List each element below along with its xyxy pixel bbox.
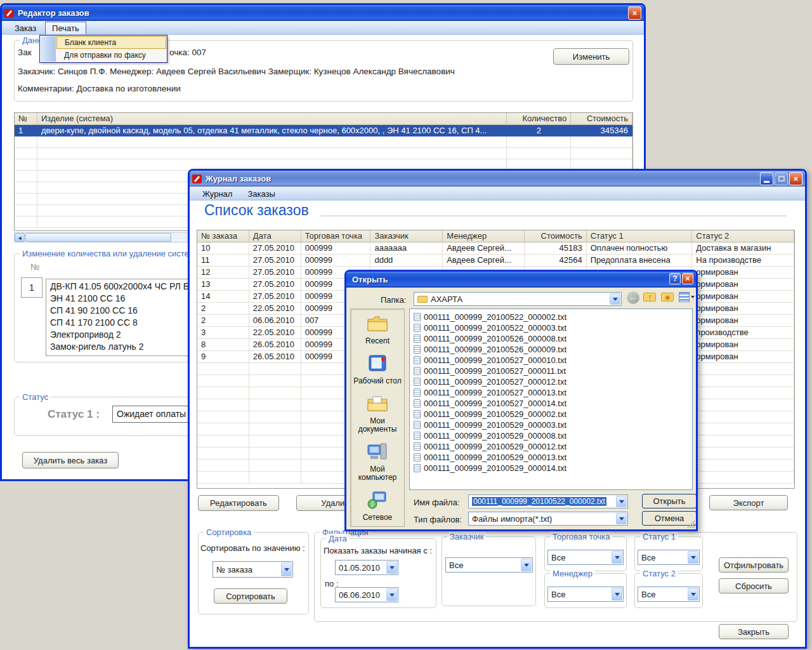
file-item[interactable]: 000111_000999_20100527_000014.txt [411,398,691,409]
file-item[interactable]: 000111_000999_20100529_000012.txt [411,441,691,452]
filename-input[interactable]: 000111_000999_20100522_000002.txt [468,494,628,508]
close-icon[interactable]: × [682,273,693,284]
recent-folder-icon [367,314,388,335]
column-header[interactable]: № [15,113,37,125]
journal-titlebar[interactable]: Журнал заказов × [190,171,805,187]
order-row[interactable]: 1027.05.2010000999аааааааАвдеев Сергей..… [197,242,794,255]
apply-filter-button[interactable]: Отфильтровать [719,557,789,573]
status1-select[interactable]: Все [638,550,700,565]
new-folder-icon[interactable]: ✳ [661,293,674,302]
views-icon[interactable] [679,292,690,302]
print-menu-item-1[interactable]: Для отправки по факсу [56,49,166,62]
column-header[interactable]: Дата [249,230,301,242]
order-cell: ормирован [692,291,794,303]
chevron-down-icon[interactable] [612,551,622,564]
file-item[interactable]: 000111_000999_20100529_000002.txt [411,409,691,420]
status2-filter-label: Статус 2 [640,569,678,578]
file-item[interactable]: 000111_000999_20100526_000008.txt [411,333,691,344]
filetype-select[interactable]: Файлы импорта(*.txt) [468,512,628,526]
minimize-icon[interactable] [760,172,773,185]
close-button[interactable]: Закрыть [719,624,789,639]
chevron-down-icon[interactable] [612,588,622,600]
file-item[interactable]: 000111_000999_20100522_000003.txt [411,322,691,333]
column-header[interactable]: Менеджер [443,230,525,242]
file-item[interactable]: 000111_000999_20100527_000010.txt [411,355,691,366]
file-item[interactable]: 000111_000999_20100522_000002.txt [411,312,691,322]
system-number-field[interactable]: 1 [21,277,43,298]
reset-filter-button[interactable]: Сбросить [719,578,789,594]
column-header[interactable]: Заказчик [370,230,443,242]
chevron-down-icon[interactable] [688,551,698,564]
item-cell[interactable]: 345346 [571,125,632,136]
chevron-down-icon[interactable] [521,559,532,571]
chevron-down-icon[interactable] [688,588,698,600]
column-header[interactable]: Торговая точка [301,230,371,242]
delete-order-button[interactable]: Удалить весь заказ [22,452,119,468]
sort-field-select[interactable]: № заказа [213,561,293,578]
chevron-down-icon[interactable] [616,513,627,524]
column-header[interactable]: Количество [507,113,571,125]
dialog-titlebar[interactable]: Открыть ? × [346,272,696,288]
help-icon[interactable]: ? [669,273,681,284]
chevron-down-icon[interactable] [281,562,292,576]
sidebar-item-мои-документы[interactable]: Мои документы [352,394,403,434]
item-cell[interactable]: 2 [507,125,571,136]
chevron-down-icon[interactable] [616,496,627,507]
file-item[interactable]: 000111_000999_20100526_000009.txt [411,344,691,355]
file-item[interactable]: 000111_000999_20100529_000013.txt [411,452,691,463]
open-button[interactable]: Открыть [642,494,696,508]
file-item[interactable]: 000111_000999_20100527_000011.txt [411,366,691,376]
folder-select[interactable]: АХАРТА [414,292,622,306]
sidebar-item-сетевое[interactable]: Сетевое [352,491,403,522]
up-folder-icon[interactable]: ↑ [643,293,656,302]
close-icon[interactable]: × [628,6,641,20]
editor-titlebar[interactable]: Редактор заказов × [2,5,644,21]
sidebar-item-recent[interactable]: Recent [352,314,403,345]
chevron-down-icon[interactable] [610,293,620,305]
menu-item-0[interactable]: Заказ [8,22,43,34]
file-item[interactable]: 000111_000999_20100527_000012.txt [411,376,691,387]
scroll-left-icon[interactable]: ◄ [15,233,25,242]
column-header[interactable]: Стоимость [571,113,632,125]
print-menu-item-0[interactable]: Бланк клиента [56,36,166,49]
customer-select[interactable]: Все [445,557,533,573]
sort-button[interactable]: Сортировать [214,588,287,604]
file-list[interactable]: 000111_000999_20100522_000002.txt000111_… [409,308,693,490]
outlet-select[interactable]: Все [547,550,624,565]
item-cell[interactable]: двери-купе, двойной каскад, модель 05, о… [37,125,507,136]
text-file-icon [414,453,421,461]
views-dropdown-icon[interactable] [691,296,695,298]
edit-order-button[interactable]: Изменить [553,48,629,65]
column-header[interactable]: Статус 2 [692,230,794,242]
file-item[interactable]: 000111_000999_20100527_000013.txt [411,387,691,398]
status2-select[interactable]: Все [638,587,700,602]
resize-grip[interactable] [687,521,695,528]
column-header[interactable]: № заказа [197,230,249,242]
scrollbar-thumb[interactable] [25,233,171,242]
edit-button[interactable]: Редактировать [198,495,279,511]
export-button[interactable]: Экспорт [709,495,788,510]
chevron-down-icon[interactable] [386,561,397,574]
chevron-down-icon[interactable] [386,588,397,601]
column-header[interactable]: Стоимость [525,230,587,242]
order-line-left-fragment: Зак [18,48,32,57]
back-icon[interactable]: ← [627,291,639,304]
date-to-select[interactable]: 06.06.2010 [335,587,398,602]
manager-select[interactable]: Все [547,587,624,602]
menu-item-1[interactable]: Печать [45,22,86,34]
column-header[interactable]: Статус 1 [587,230,693,242]
page-title: Список заказов [204,202,309,219]
file-item[interactable]: 000111_000999_20100529_000003.txt [411,420,691,430]
sidebar-item-рабочий-стол[interactable]: Рабочий стол [352,354,403,385]
file-item[interactable]: 000111_000999_20100529_000014.txt [411,463,691,474]
sidebar-item-мой-компьютер[interactable]: Мой компьютер [352,442,403,482]
item-cell[interactable]: 1 [15,125,37,136]
column-header[interactable]: Изделие (система) [37,113,507,125]
menu-item-0[interactable]: Журнал [196,188,239,200]
date-from-select[interactable]: 01.05.2010 [335,560,398,575]
close-icon[interactable]: × [789,172,802,185]
file-item[interactable]: 000111_000999_20100529_000008.txt [411,430,691,441]
menu-item-1[interactable]: Заказы [241,188,281,200]
order-row[interactable]: 1127.05.2010000999ddddАвдеев Сергей...42… [197,255,794,267]
maximize-icon[interactable] [775,172,788,185]
